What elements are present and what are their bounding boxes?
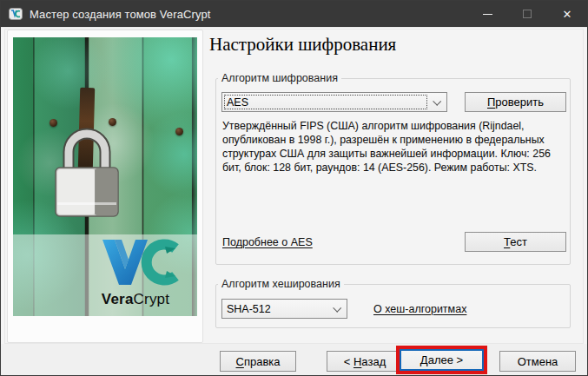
wizard-content: VeraCrypt Настройки шифрования Алгоритм … <box>1 27 587 345</box>
close-button[interactable]: ✕ <box>547 1 587 27</box>
close-icon: ✕ <box>563 9 572 20</box>
red-highlight-box: Далее > <box>396 346 487 374</box>
hash-algorithm-group: Алгоритм хеширования SHA-512 О хеш-алгор… <box>215 278 571 328</box>
hash-algorithm-value: SHA-512 <box>227 303 271 315</box>
next-button[interactable]: Далее > <box>400 349 484 371</box>
veracrypt-wizard-window: Мастер создания томов VeraCrypt ✕ <box>0 0 588 376</box>
hash-info-link[interactable]: О хеш-алгоритмах <box>373 303 466 315</box>
footer-button-bar: Справка < Назад Далее > Отмена <box>1 344 587 375</box>
wizard-page: Настройки шифрования Алгоритм шифрования… <box>209 28 585 344</box>
left-banner-panel: VeraCrypt <box>7 30 203 343</box>
encryption-algorithm-select[interactable]: AES <box>221 92 447 112</box>
veracrypt-wordmark: VeraCrypt <box>80 291 191 308</box>
rivet-decoration <box>175 128 183 135</box>
window-controls: ✕ <box>467 1 587 27</box>
chevron-down-icon <box>433 97 441 106</box>
green-door-padlock-photo: VeraCrypt <box>13 37 197 316</box>
cancel-button[interactable]: Отмена <box>499 351 576 372</box>
maximize-button[interactable] <box>507 1 547 27</box>
algorithm-description: Утверждённый FIPS (США) алгоритм шифрова… <box>222 119 568 175</box>
page-title: Настройки шифрования <box>209 34 396 56</box>
maximize-icon <box>523 10 532 18</box>
logo-overlay-band: VeraCrypt <box>13 234 197 316</box>
hash-group-label: Алгоритм хеширования <box>218 278 344 290</box>
titlebar: Мастер создания томов VeraCrypt ✕ <box>1 1 587 27</box>
encryption-algorithm-group: Алгоритм шифрования AES Проверить Утверж… <box>215 72 571 265</box>
encryption-group-label: Алгоритм шифрования <box>218 72 341 84</box>
veracrypt-logo: VeraCrypt <box>80 238 191 308</box>
benchmark-test-button[interactable]: Тест <box>465 232 566 252</box>
window-title: Мастер создания томов VeraCrypt <box>30 8 211 21</box>
minimize-icon <box>483 14 492 15</box>
more-info-link[interactable]: Подробнее о AES <box>222 236 313 248</box>
veracrypt-vc-mark <box>85 238 186 287</box>
hash-algorithm-select[interactable]: SHA-512 <box>221 299 347 319</box>
encryption-algorithm-value: AES <box>227 96 248 109</box>
chevron-down-icon <box>333 304 341 313</box>
back-button[interactable]: < Назад <box>327 351 403 372</box>
veracrypt-logo-icon <box>9 7 23 21</box>
verify-button[interactable]: Проверить <box>465 92 566 112</box>
help-button[interactable]: Справка <box>220 351 296 372</box>
padlock-icon <box>44 117 128 221</box>
minimize-button[interactable] <box>467 1 507 27</box>
